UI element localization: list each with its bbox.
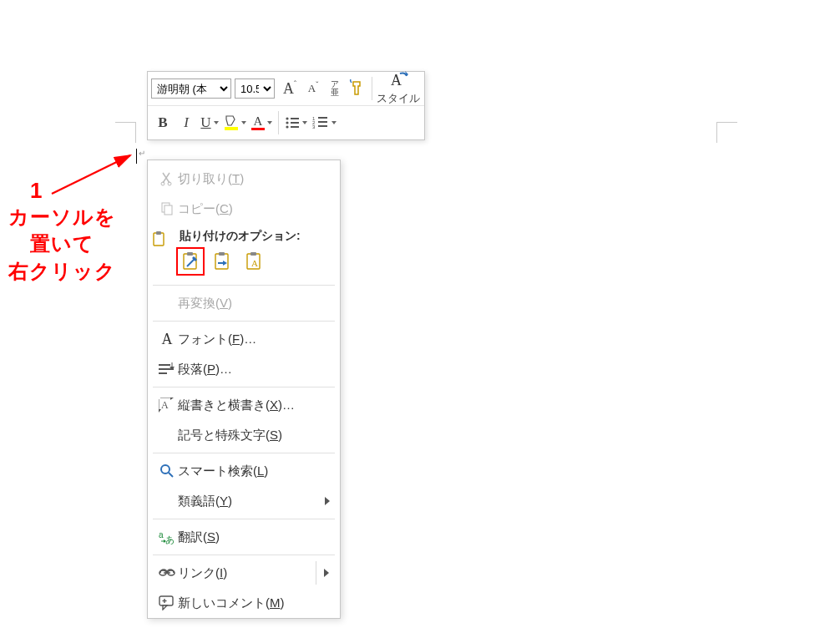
menu-item-translate-label: 翻訳(S): [178, 529, 330, 545]
numbering-icon: 1 2 3: [312, 116, 329, 129]
menu-separator: [153, 555, 335, 555]
chevron-down-icon: [331, 121, 337, 124]
menu-item-link-split-button[interactable]: [316, 561, 337, 585]
grow-font-caret-icon: ˆ: [294, 79, 296, 88]
comment-icon: [156, 593, 178, 613]
grow-font-button[interactable]: A ˆ: [278, 77, 301, 100]
copy-icon: [156, 199, 178, 219]
svg-rect-23: [187, 252, 193, 256]
format-painter-icon: [348, 79, 365, 98]
highlight-color-button[interactable]: [221, 111, 249, 134]
svg-rect-31: [159, 364, 170, 366]
svg-rect-20: [154, 233, 164, 246]
svg-rect-15: [318, 125, 327, 127]
paste-keep-source-formatting-icon: [181, 251, 200, 271]
menu-item-text-direction[interactable]: A 縦書きと横書き(X)…: [148, 390, 340, 420]
highlight-icon: [224, 114, 239, 131]
text-insertion-cursor: [136, 149, 137, 164]
annotation-step1-text: カーソルを 置いて 右クリック: [8, 204, 116, 285]
shrink-font-button[interactable]: A ˇ: [301, 77, 325, 100]
context-menu: 切り取り(T) コピー(C) 貼り付けのオプション:: [147, 160, 341, 619]
chevron-down-icon: [241, 121, 246, 124]
underline-icon: U: [200, 114, 210, 131]
svg-point-38: [161, 465, 170, 474]
svg-text:a: a: [159, 530, 164, 539]
menu-item-reconvert-label: 再変換(V): [178, 296, 330, 311]
svg-rect-19: [164, 205, 172, 215]
bold-button[interactable]: B: [151, 111, 175, 134]
menu-separator: [153, 285, 335, 286]
italic-button[interactable]: I: [175, 111, 198, 134]
menu-item-cut[interactable]: 切り取り(T): [148, 164, 340, 194]
underline-button[interactable]: U: [198, 111, 221, 134]
menu-item-copy-label: コピー(C): [178, 201, 330, 217]
bullets-button[interactable]: [282, 111, 310, 134]
svg-text:A: A: [161, 399, 169, 411]
svg-line-39: [169, 473, 173, 477]
menu-item-paragraph[interactable]: 段落(P)…: [148, 354, 340, 384]
svg-rect-33: [159, 372, 167, 374]
menu-item-synonyms[interactable]: 類義語(Y): [148, 486, 340, 516]
styles-label: スタイル: [377, 91, 420, 106]
paste-keep-source-formatting-button[interactable]: [178, 249, 203, 274]
numbering-button[interactable]: 1 2 3: [310, 111, 339, 134]
svg-marker-27: [223, 261, 227, 266]
page-crop-corner-left: [115, 122, 136, 143]
menu-item-translate[interactable]: a あ 翻訳(S): [148, 522, 340, 552]
svg-text:A: A: [251, 258, 258, 268]
paste-merge-formatting-button[interactable]: [210, 249, 235, 274]
svg-point-4: [286, 117, 288, 119]
annotation-step1-line1: カーソルを: [8, 204, 116, 230]
font-size-select[interactable]: 10.5: [235, 78, 275, 99]
chevron-down-icon: [267, 121, 272, 124]
submenu-arrow-icon: [325, 497, 330, 505]
annotation-step1-number: 1: [30, 178, 42, 204]
menu-item-paragraph-label: 段落(P)…: [178, 362, 330, 377]
menu-item-reconvert[interactable]: 再変換(V): [148, 288, 340, 318]
font-icon: A: [156, 329, 178, 349]
menu-item-font-label: フォント(F)…: [178, 332, 330, 347]
menu-item-symbols-label: 記号と特殊文字(S): [178, 428, 330, 443]
svg-rect-7: [291, 122, 299, 124]
menu-separator: [153, 519, 335, 519]
menu-separator: [153, 387, 335, 387]
svg-point-6: [286, 121, 288, 124]
font-color-button[interactable]: A: [249, 111, 275, 134]
submenu-arrow-icon: [324, 569, 329, 577]
mini-toolbar: 游明朝 (本 10.5 A ˆ A ˇ ア 亜 A: [147, 71, 425, 140]
menu-item-link[interactable]: リンク(I): [148, 558, 340, 588]
bullets-icon: [285, 116, 300, 129]
menu-item-synonyms-label: 類義語(Y): [178, 494, 325, 509]
menu-item-new-comment[interactable]: 新しいコメント(M): [148, 588, 340, 618]
paragraph-icon: [156, 359, 178, 379]
format-painter-button[interactable]: [345, 77, 368, 100]
chevron-down-icon: [302, 121, 307, 124]
svg-rect-3: [225, 127, 238, 130]
italic-icon: I: [184, 114, 189, 131]
svg-rect-22: [184, 254, 196, 269]
menu-item-smart-lookup[interactable]: スマート検索(L): [148, 456, 340, 486]
cut-icon: [156, 169, 178, 189]
text-direction-icon: A: [156, 395, 178, 415]
shrink-font-caret-icon: ˇ: [316, 80, 318, 89]
paste-options-header: 貼り付けのオプション:: [148, 224, 340, 246]
phonetic-guide-button[interactable]: ア 亜: [325, 77, 345, 100]
font-color-swatch: [251, 128, 265, 130]
styles-button[interactable]: A スタイル: [376, 71, 421, 106]
svg-text:3: 3: [312, 124, 316, 129]
menu-item-symbols[interactable]: 記号と特殊文字(S): [148, 420, 340, 450]
font-name-select[interactable]: 游明朝 (本: [151, 78, 231, 99]
svg-line-0: [52, 155, 130, 194]
menu-item-copy[interactable]: コピー(C): [148, 194, 340, 224]
paste-icon: [148, 229, 170, 249]
menu-item-font[interactable]: A フォント(F)…: [148, 324, 340, 354]
shrink-font-icon: A: [308, 82, 316, 95]
paste-text-only-button[interactable]: A: [241, 249, 266, 274]
menu-item-new-comment-label: 新しいコメント(M): [178, 595, 330, 611]
svg-rect-21: [156, 231, 161, 235]
menu-item-smart-lookup-label: スマート検索(L): [178, 463, 330, 479]
styles-icon: A: [388, 71, 408, 89]
link-icon: [156, 563, 178, 583]
phonetic-guide-bottom: 亜: [331, 89, 339, 97]
menu-item-text-direction-label: 縦書きと横書き(X)…: [178, 398, 330, 413]
